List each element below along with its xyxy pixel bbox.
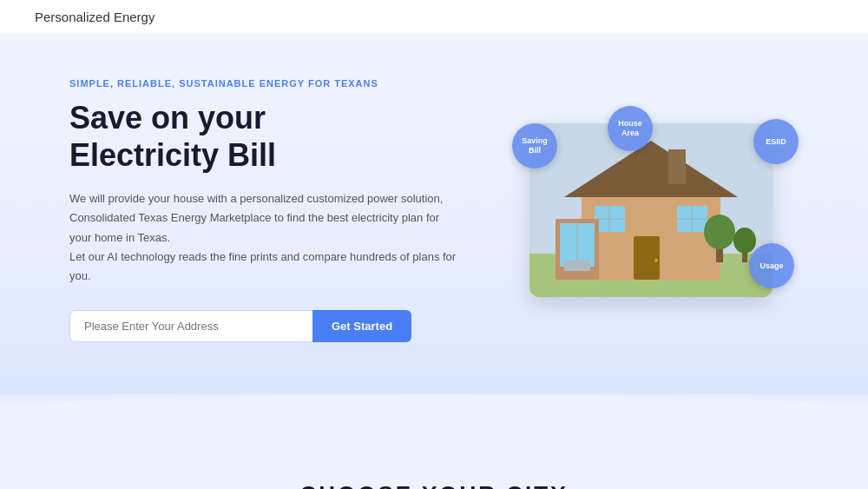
hero-tagline: SIMPLE, RELIABLE, SUSTAINABLE ENERGY FOR…: [69, 78, 456, 89]
badge-saving-bill: Saving Bill: [512, 123, 557, 169]
svg-point-6: [654, 259, 658, 262]
hero-left-content: SIMPLE, RELIABLE, SUSTAINABLE ENERGY FOR…: [69, 78, 456, 342]
hero-description: We will provide your house with a person…: [69, 189, 456, 285]
svg-rect-4: [668, 149, 686, 184]
badge-usage: Usage: [749, 243, 794, 288]
svg-rect-5: [634, 236, 660, 280]
badge-esiid: ESIID: [753, 119, 799, 164]
app-title: Personalized Energy: [35, 10, 155, 24]
header: Personalized Energy: [0, 0, 868, 35]
city-section: CHOOSE YOUR CITY View saving plans now! …: [0, 446, 868, 489]
svg-point-18: [704, 215, 735, 249]
get-started-button[interactable]: Get Started: [312, 310, 411, 342]
svg-rect-16: [564, 261, 590, 271]
city-section-title: CHOOSE YOUR CITY: [35, 481, 833, 489]
address-input[interactable]: [69, 310, 312, 342]
house-svg: [529, 123, 773, 297]
hero-heading: Save on your Electricity Bill: [69, 99, 456, 174]
house-image: [529, 123, 773, 297]
hero-search-row: Get Started: [69, 310, 456, 342]
wave-divider: [0, 394, 868, 446]
svg-point-20: [733, 228, 756, 254]
hero-illustration: Saving Bill House Area ESIID Usage: [503, 106, 799, 314]
hero-section: SIMPLE, RELIABLE, SUSTAINABLE ENERGY FOR…: [0, 35, 868, 394]
badge-house-area: House Area: [608, 106, 653, 151]
